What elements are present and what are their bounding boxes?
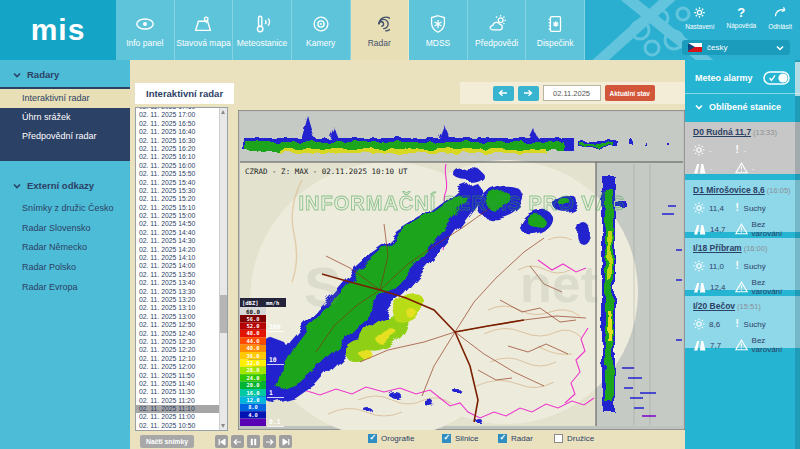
timestamp-row[interactable]: 02. 11. 2025 10:40 <box>136 430 227 431</box>
timestamp-row[interactable]: 02. 11. 2025 11:50 <box>136 372 227 380</box>
timestamp-row[interactable]: 02. 11. 2025 15:30 <box>136 187 227 195</box>
station-name[interactable]: I/18 Příbram <box>693 243 742 253</box>
overlay-orografie[interactable]: Orografie <box>368 434 414 443</box>
sidebar-item-radar-n-mecko[interactable]: Radar Německo <box>0 238 130 258</box>
prev-day-button[interactable] <box>493 86 514 101</box>
exclamation-icon: ! <box>735 261 740 271</box>
timestamp-row[interactable]: 02. 11. 2025 15:40 <box>136 179 227 187</box>
right-panel-scrollbar[interactable] <box>795 60 800 449</box>
nav-tab-kamery[interactable]: Kamery <box>292 0 351 60</box>
timestamp-row[interactable]: 02. 11. 2025 14:30 <box>136 237 227 245</box>
timestamp-row[interactable]: 02. 11. 2025 12:40 <box>136 330 227 338</box>
app-logo[interactable]: mis <box>0 0 116 60</box>
nav-tab-radar[interactable]: Radar <box>351 0 410 60</box>
nav-tab-meteostanice[interactable]: Meteostanice <box>233 0 292 60</box>
overlay-silnice[interactable]: Silnice <box>442 434 479 443</box>
step-back-button[interactable] <box>231 435 244 448</box>
chevron-down-icon <box>13 183 21 189</box>
sidebar-item-radar-polsko[interactable]: Radar Polsko <box>0 258 130 278</box>
checkbox-unchecked[interactable] <box>554 434 563 443</box>
timestamp-row[interactable]: 02. 11. 2025 11:20 <box>136 397 227 405</box>
sidebar-item-radar-evropa[interactable]: Radar Evropa <box>0 278 130 298</box>
timestamp-row[interactable]: 02. 11. 2025 12:50 <box>136 321 227 329</box>
timestamp-row[interactable]: 02. 11. 2025 11:10 <box>136 405 227 413</box>
scroll-down-arrow[interactable] <box>221 424 225 428</box>
timestamp-row[interactable]: 02. 11. 2025 11:40 <box>136 380 227 388</box>
timestamp-row[interactable]: 02. 11. 2025 15:10 <box>136 204 227 212</box>
language-selector[interactable]: česky <box>682 40 790 55</box>
sidebar-item-radar-slovensko[interactable]: Radar Slovensko <box>0 218 130 238</box>
timestamp-scrollbar[interactable] <box>219 108 227 430</box>
pause-button[interactable] <box>247 435 260 448</box>
n-pov-da-button[interactable]: ?Nápověda <box>727 5 757 30</box>
timestamp-row[interactable]: 02. 11. 2025 13:50 <box>136 271 227 279</box>
timestamp-row[interactable]: 02. 11. 2025 16:30 <box>136 137 227 145</box>
overlay-dru-ice[interactable]: Družice <box>554 434 594 443</box>
timestamp-row[interactable]: 02. 11. 2025 16:20 <box>136 145 227 153</box>
step-forward-button[interactable] <box>263 435 276 448</box>
scroll-thumb[interactable] <box>795 62 800 96</box>
nav-tab-mdss[interactable]: MDSS <box>409 0 468 60</box>
timestamp-row[interactable]: 02. 11. 2025 16:50 <box>136 120 227 128</box>
checkbox-checked[interactable] <box>498 434 507 443</box>
timestamp-row[interactable]: 02. 11. 2025 16:00 <box>136 162 227 170</box>
timestamp-row[interactable]: 02. 11. 2025 12:00 <box>136 363 227 371</box>
timestamp-row[interactable]: 02. 11. 2025 11:30 <box>136 388 227 396</box>
road-icon <box>693 163 706 174</box>
next-day-button[interactable] <box>518 86 539 101</box>
checkbox-checked[interactable] <box>442 434 451 443</box>
sun-icon <box>693 202 705 214</box>
sidebar-item-sn-mky-z-dru-ic-esko[interactable]: Snímky z družic Česko <box>0 198 130 218</box>
timestamp-row[interactable]: 02. 11. 2025 14:00 <box>136 262 227 270</box>
date-input[interactable] <box>543 85 601 101</box>
timestamp-row[interactable]: 02. 11. 2025 14:50 <box>136 220 227 228</box>
skip-end-button[interactable] <box>279 435 292 448</box>
nav-tab-p-edpov-di[interactable]: Předpovědi <box>468 0 527 60</box>
station-name[interactable]: D1 Mirošovice 8,6 <box>693 185 765 195</box>
checkbox-checked[interactable] <box>368 434 377 443</box>
timestamp-row[interactable]: 02. 11. 2025 16:40 <box>136 128 227 136</box>
favorite-stations-header[interactable]: Oblíbené stanice <box>685 93 800 120</box>
timestamp-row[interactable]: 02. 11. 2025 10:50 <box>136 422 227 430</box>
air-temperature-value: 8,6 <box>709 320 720 329</box>
station-name[interactable]: D0 Rudná 11,7 <box>693 127 751 137</box>
odhl-sit-button[interactable]: Odhlásit <box>768 5 792 30</box>
timestamp-row[interactable]: 02. 11. 2025 16:10 <box>136 153 227 161</box>
timestamp-row[interactable]: 02. 11. 2025 13:40 <box>136 279 227 287</box>
nav-tab-info-panel[interactable]: Info panel <box>116 0 175 60</box>
sidebar-section-radary[interactable]: Radary <box>0 60 130 87</box>
timestamp-row[interactable]: 02. 11. 2025 11:00 <box>136 413 227 421</box>
station-name[interactable]: I/20 Bečov <box>693 301 735 311</box>
sidebar-section-externi[interactable]: Externí odkazy <box>0 171 130 198</box>
sidebar-item-hrn-sr-ek[interactable]: Úhrn srážek <box>0 108 130 127</box>
load-images-button[interactable]: Načti snímky <box>140 435 194 448</box>
skip-start-button[interactable] <box>215 435 228 448</box>
timestamp-row[interactable]: 02. 11. 2025 12:20 <box>136 346 227 354</box>
nastaven-button[interactable]: Nastavení <box>685 5 714 30</box>
scroll-thumb[interactable] <box>220 295 227 333</box>
timestamp-row[interactable]: 02. 11. 2025 12:10 <box>136 355 227 363</box>
timestamp-row[interactable]: 02. 11. 2025 14:20 <box>136 246 227 254</box>
timestamp-row[interactable]: 02. 11. 2025 13:00 <box>136 313 227 321</box>
timestamp-row[interactable]: 02. 11. 2025 14:10 <box>136 254 227 262</box>
timestamp-row[interactable]: 02. 11. 2025 12:30 <box>136 338 227 346</box>
sidebar-item-p-edpov-dn-radar[interactable]: Předpovědní radar <box>0 127 130 146</box>
nav-tab-stavov-mapa[interactable]: Stavová mapa <box>175 0 234 60</box>
watermark-letter: net <box>520 255 598 313</box>
sidebar-item-interaktivn-radar[interactable]: Interaktivní radar <box>0 89 130 108</box>
timestamp-row[interactable]: 02. 11. 2025 13:10 <box>136 304 227 312</box>
current-state-button[interactable]: Aktuální stav <box>605 85 655 101</box>
overlay-radar[interactable]: Radar <box>498 434 533 443</box>
timestamp-row[interactable]: 02. 11. 2025 15:20 <box>136 195 227 203</box>
timestamp-row[interactable]: 02. 11. 2025 13:20 <box>136 296 227 304</box>
scroll-up-arrow[interactable] <box>221 110 225 114</box>
timestamp-row[interactable]: 02. 11. 2025 14:40 <box>136 229 227 237</box>
radar-image[interactable]: INFORMAČNÍ SERVIS PRO VÁS S net CZRAD - … <box>238 110 685 430</box>
meteo-alarms-toggle[interactable] <box>763 71 790 85</box>
station-time: (16:05) <box>767 186 791 195</box>
timestamp-row[interactable]: 02. 11. 2025 17:00 <box>136 111 227 119</box>
timestamp-row[interactable]: 02. 11. 2025 13:30 <box>136 288 227 296</box>
nav-tab-dispe-ink[interactable]: Dispečink <box>526 0 585 60</box>
timestamp-row[interactable]: 02. 11. 2025 15:00 <box>136 212 227 220</box>
timestamp-row[interactable]: 02. 11. 2025 15:50 <box>136 170 227 178</box>
